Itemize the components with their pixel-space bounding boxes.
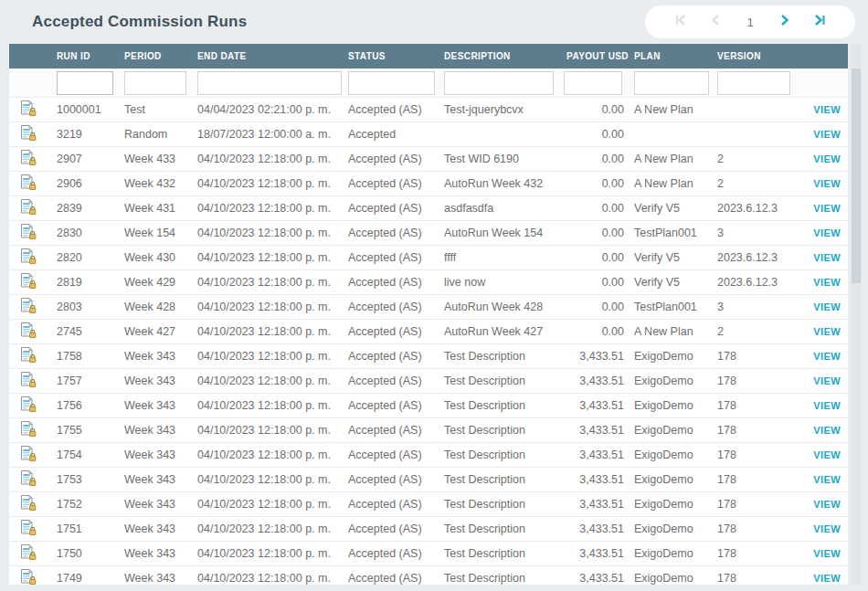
table-row[interactable]: 1751 Week 343 04/10/2023 12:18:00 p. m. … xyxy=(9,517,848,542)
table-row[interactable]: 1754 Week 343 04/10/2023 12:18:00 p. m. … xyxy=(9,443,848,468)
view-link[interactable]: VIEW xyxy=(813,301,841,312)
payout-usd-cell: 0.00 xyxy=(564,128,629,141)
plan-cell: Verify V5 xyxy=(629,276,713,289)
view-link[interactable]: VIEW xyxy=(813,425,841,436)
period-cell: Week 432 xyxy=(124,177,197,190)
table-row[interactable]: 2830 Week 154 04/10/2023 12:18:00 p. m. … xyxy=(9,221,848,246)
view-link[interactable]: VIEW xyxy=(813,104,841,115)
status-filter-input[interactable] xyxy=(348,71,435,95)
run-id-cell: 1000001 xyxy=(57,103,124,116)
run-id-filter-input[interactable] xyxy=(57,71,113,95)
view-link[interactable]: VIEW xyxy=(813,326,841,337)
vertical-scrollbar-track[interactable] xyxy=(851,44,862,585)
status-cell: Accepted (AS) xyxy=(348,424,444,437)
run-icon-cell xyxy=(9,322,57,342)
document-lock-icon xyxy=(20,272,37,292)
plan-cell: TestPlan001 xyxy=(629,301,713,313)
table-row[interactable]: 1758 Week 343 04/10/2023 12:18:00 p. m. … xyxy=(9,344,848,369)
table-row[interactable]: 2906 Week 432 04/10/2023 12:18:00 p. m. … xyxy=(9,172,848,196)
table-row[interactable]: 2907 Week 433 04/10/2023 12:18:00 p. m. … xyxy=(9,147,848,172)
table-header-row: RUN ID PERIOD END DATE STATUS DESCRIPTIO… xyxy=(9,44,848,69)
version-cell: 178 xyxy=(713,375,813,387)
payout-usd-cell: 0.00 xyxy=(564,177,629,190)
period-filter-input[interactable] xyxy=(124,71,186,95)
column-header-payout-usd[interactable]: PAYOUT USD xyxy=(564,51,629,61)
view-link[interactable]: VIEW xyxy=(813,227,841,238)
plan-cell: Verify V5 xyxy=(629,202,713,215)
run-icon-cell xyxy=(9,470,57,490)
column-header-description[interactable]: DESCRIPTION xyxy=(444,51,564,61)
period-cell: Week 427 xyxy=(124,325,197,338)
table-row[interactable]: 1752 Week 343 04/10/2023 12:18:00 p. m. … xyxy=(9,492,848,517)
document-lock-icon xyxy=(20,445,37,465)
table-row[interactable]: 2819 Week 429 04/10/2023 12:18:00 p. m. … xyxy=(9,270,848,295)
end-date-cell: 04/04/2023 02:21:00 p. m. xyxy=(197,103,348,116)
table-row[interactable]: 1755 Week 343 04/10/2023 12:18:00 p. m. … xyxy=(9,418,848,443)
table-row[interactable]: 1756 Week 343 04/10/2023 12:18:00 p. m. … xyxy=(9,394,848,418)
payout-usd-cell: 0.00 xyxy=(564,301,629,313)
table-row[interactable]: 1753 Week 343 04/10/2023 12:18:00 p. m. … xyxy=(9,468,848,492)
view-link[interactable]: VIEW xyxy=(813,573,841,584)
version-cell: 178 xyxy=(713,350,813,363)
vertical-scrollbar-thumb[interactable] xyxy=(852,69,861,283)
view-link[interactable]: VIEW xyxy=(813,252,841,263)
column-header-plan[interactable]: PLAN xyxy=(629,51,713,61)
view-link[interactable]: VIEW xyxy=(813,129,841,140)
column-header-run-id[interactable]: RUN ID xyxy=(57,51,124,61)
column-header-end-date[interactable]: END DATE xyxy=(197,51,348,61)
last-page-button[interactable] xyxy=(802,5,837,38)
column-header-period[interactable]: PERIOD xyxy=(124,51,197,61)
table-row[interactable]: 3219 Random 18/07/2023 12:00:00 a. m. Ac… xyxy=(9,122,848,147)
description-filter-input[interactable] xyxy=(444,71,554,95)
view-link[interactable]: VIEW xyxy=(813,548,841,559)
end-date-cell: 04/10/2023 12:18:00 p. m. xyxy=(197,276,348,289)
version-cell: 2023.6.12.3 xyxy=(713,251,813,264)
view-link[interactable]: VIEW xyxy=(813,153,841,164)
document-lock-icon xyxy=(20,100,37,120)
run-id-cell: 2907 xyxy=(57,153,124,165)
version-cell: 178 xyxy=(713,473,813,486)
payout-usd-filter-input[interactable] xyxy=(564,71,622,95)
end-date-filter-input[interactable] xyxy=(197,71,342,95)
table-row[interactable]: 2820 Week 430 04/10/2023 12:18:00 p. m. … xyxy=(9,246,848,270)
period-cell: Week 343 xyxy=(124,498,197,511)
first-page-button[interactable] xyxy=(663,5,698,38)
payout-usd-cell: 0.00 xyxy=(564,227,629,239)
table-row[interactable]: 2803 Week 428 04/10/2023 12:18:00 p. m. … xyxy=(9,295,848,320)
column-header-status[interactable]: STATUS xyxy=(348,51,444,61)
view-link[interactable]: VIEW xyxy=(813,499,841,510)
view-link[interactable]: VIEW xyxy=(813,351,841,362)
view-link[interactable]: VIEW xyxy=(813,474,841,485)
view-link[interactable]: VIEW xyxy=(813,400,841,411)
table-row[interactable]: 2839 Week 431 04/10/2023 12:18:00 p. m. … xyxy=(9,196,848,221)
end-date-cell: 04/10/2023 12:18:00 p. m. xyxy=(197,424,348,437)
run-icon-cell xyxy=(9,519,57,539)
payout-usd-cell: 0.00 xyxy=(564,276,629,289)
view-link[interactable]: VIEW xyxy=(813,523,841,534)
description-cell: Test Description xyxy=(444,522,564,535)
plan-filter-input[interactable] xyxy=(634,71,709,95)
column-header-version[interactable]: VERSION xyxy=(713,51,813,61)
period-cell: Week 343 xyxy=(124,424,197,437)
run-id-cell: 1752 xyxy=(57,498,124,511)
table-row[interactable]: 1757 Week 343 04/10/2023 12:18:00 p. m. … xyxy=(9,369,848,394)
view-link[interactable]: VIEW xyxy=(813,375,841,386)
end-date-cell: 04/10/2023 12:18:00 p. m. xyxy=(197,547,348,560)
version-filter-input[interactable] xyxy=(717,71,790,95)
run-icon-cell xyxy=(9,223,57,243)
view-link[interactable]: VIEW xyxy=(813,178,841,189)
page-title: Accepted Commission Runs xyxy=(32,13,247,31)
next-page-button[interactable] xyxy=(767,5,802,38)
table-row[interactable]: 1749 Week 343 04/10/2023 12:18:00 p. m. … xyxy=(9,566,848,585)
status-cell: Accepted (AS) xyxy=(348,547,444,560)
table-row[interactable]: 1750 Week 343 04/10/2023 12:18:00 p. m. … xyxy=(9,542,848,566)
period-cell: Week 343 xyxy=(124,522,197,535)
table-row[interactable]: 2745 Week 427 04/10/2023 12:18:00 p. m. … xyxy=(9,320,848,344)
view-link[interactable]: VIEW xyxy=(813,203,841,214)
plan-cell: A New Plan xyxy=(629,177,713,190)
view-link[interactable]: VIEW xyxy=(813,277,841,288)
table-row[interactable]: 1000001 Test 04/04/2023 02:21:00 p. m. A… xyxy=(9,98,848,122)
previous-page-button[interactable] xyxy=(698,5,733,38)
run-id-cell: 2830 xyxy=(57,227,124,239)
view-link[interactable]: VIEW xyxy=(813,449,841,460)
